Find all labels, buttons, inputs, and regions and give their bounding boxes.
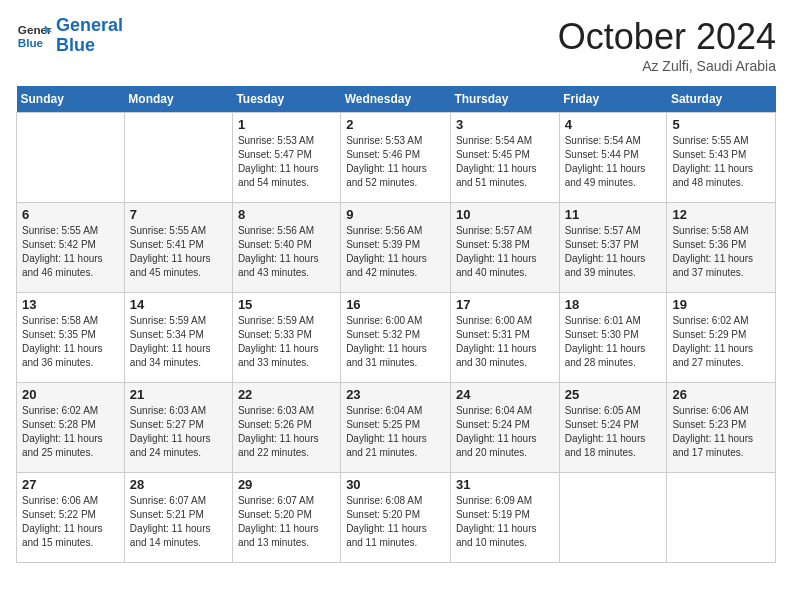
day-number: 18 [565, 297, 662, 312]
day-info: Sunrise: 5:53 AMSunset: 5:47 PMDaylight:… [238, 134, 335, 190]
calendar-cell: 22Sunrise: 6:03 AMSunset: 5:26 PMDayligh… [232, 383, 340, 473]
weekday-header: Sunday [17, 86, 125, 113]
day-number: 20 [22, 387, 119, 402]
day-info: Sunrise: 6:04 AMSunset: 5:24 PMDaylight:… [456, 404, 554, 460]
calendar-cell: 14Sunrise: 5:59 AMSunset: 5:34 PMDayligh… [124, 293, 232, 383]
day-number: 6 [22, 207, 119, 222]
logo-icon: General Blue [16, 18, 52, 54]
day-number: 14 [130, 297, 227, 312]
day-number: 8 [238, 207, 335, 222]
day-number: 13 [22, 297, 119, 312]
calendar-cell: 31Sunrise: 6:09 AMSunset: 5:19 PMDayligh… [450, 473, 559, 563]
day-info: Sunrise: 6:04 AMSunset: 5:25 PMDaylight:… [346, 404, 445, 460]
day-number: 24 [456, 387, 554, 402]
day-info: Sunrise: 5:53 AMSunset: 5:46 PMDaylight:… [346, 134, 445, 190]
calendar-cell: 12Sunrise: 5:58 AMSunset: 5:36 PMDayligh… [667, 203, 776, 293]
day-info: Sunrise: 6:02 AMSunset: 5:28 PMDaylight:… [22, 404, 119, 460]
day-number: 25 [565, 387, 662, 402]
day-info: Sunrise: 5:59 AMSunset: 5:33 PMDaylight:… [238, 314, 335, 370]
location: Az Zulfi, Saudi Arabia [558, 58, 776, 74]
day-number: 5 [672, 117, 770, 132]
day-info: Sunrise: 5:56 AMSunset: 5:39 PMDaylight:… [346, 224, 445, 280]
calendar-body: 1Sunrise: 5:53 AMSunset: 5:47 PMDaylight… [17, 113, 776, 563]
calendar-cell: 27Sunrise: 6:06 AMSunset: 5:22 PMDayligh… [17, 473, 125, 563]
day-info: Sunrise: 6:07 AMSunset: 5:21 PMDaylight:… [130, 494, 227, 550]
calendar-cell: 11Sunrise: 5:57 AMSunset: 5:37 PMDayligh… [559, 203, 667, 293]
day-info: Sunrise: 6:05 AMSunset: 5:24 PMDaylight:… [565, 404, 662, 460]
weekday-header: Thursday [450, 86, 559, 113]
calendar-cell: 30Sunrise: 6:08 AMSunset: 5:20 PMDayligh… [341, 473, 451, 563]
day-number: 3 [456, 117, 554, 132]
calendar-cell: 20Sunrise: 6:02 AMSunset: 5:28 PMDayligh… [17, 383, 125, 473]
calendar-cell [124, 113, 232, 203]
calendar-cell [17, 113, 125, 203]
calendar-cell [667, 473, 776, 563]
calendar-cell: 17Sunrise: 6:00 AMSunset: 5:31 PMDayligh… [450, 293, 559, 383]
day-info: Sunrise: 5:55 AMSunset: 5:42 PMDaylight:… [22, 224, 119, 280]
calendar-cell: 21Sunrise: 6:03 AMSunset: 5:27 PMDayligh… [124, 383, 232, 473]
day-info: Sunrise: 6:02 AMSunset: 5:29 PMDaylight:… [672, 314, 770, 370]
day-number: 31 [456, 477, 554, 492]
day-info: Sunrise: 6:09 AMSunset: 5:19 PMDaylight:… [456, 494, 554, 550]
day-info: Sunrise: 5:58 AMSunset: 5:36 PMDaylight:… [672, 224, 770, 280]
day-number: 12 [672, 207, 770, 222]
calendar-header: SundayMondayTuesdayWednesdayThursdayFrid… [17, 86, 776, 113]
month-title: October 2024 [558, 16, 776, 58]
calendar-cell: 5Sunrise: 5:55 AMSunset: 5:43 PMDaylight… [667, 113, 776, 203]
logo-text-line1: General [56, 16, 123, 36]
weekday-header: Friday [559, 86, 667, 113]
weekday-header: Saturday [667, 86, 776, 113]
calendar-cell [559, 473, 667, 563]
day-info: Sunrise: 5:54 AMSunset: 5:45 PMDaylight:… [456, 134, 554, 190]
day-info: Sunrise: 6:08 AMSunset: 5:20 PMDaylight:… [346, 494, 445, 550]
weekday-header: Tuesday [232, 86, 340, 113]
day-number: 29 [238, 477, 335, 492]
calendar-cell: 18Sunrise: 6:01 AMSunset: 5:30 PMDayligh… [559, 293, 667, 383]
weekday-header: Monday [124, 86, 232, 113]
day-info: Sunrise: 6:07 AMSunset: 5:20 PMDaylight:… [238, 494, 335, 550]
calendar-cell: 6Sunrise: 5:55 AMSunset: 5:42 PMDaylight… [17, 203, 125, 293]
day-info: Sunrise: 6:03 AMSunset: 5:27 PMDaylight:… [130, 404, 227, 460]
day-info: Sunrise: 5:55 AMSunset: 5:43 PMDaylight:… [672, 134, 770, 190]
day-number: 10 [456, 207, 554, 222]
weekday-header: Wednesday [341, 86, 451, 113]
day-number: 27 [22, 477, 119, 492]
day-info: Sunrise: 5:56 AMSunset: 5:40 PMDaylight:… [238, 224, 335, 280]
day-number: 11 [565, 207, 662, 222]
calendar-cell: 3Sunrise: 5:54 AMSunset: 5:45 PMDaylight… [450, 113, 559, 203]
page-header: General Blue General Blue October 2024 A… [16, 16, 776, 74]
day-info: Sunrise: 6:06 AMSunset: 5:22 PMDaylight:… [22, 494, 119, 550]
calendar-cell: 8Sunrise: 5:56 AMSunset: 5:40 PMDaylight… [232, 203, 340, 293]
day-info: Sunrise: 5:59 AMSunset: 5:34 PMDaylight:… [130, 314, 227, 370]
calendar-cell: 23Sunrise: 6:04 AMSunset: 5:25 PMDayligh… [341, 383, 451, 473]
day-info: Sunrise: 5:57 AMSunset: 5:38 PMDaylight:… [456, 224, 554, 280]
calendar-table: SundayMondayTuesdayWednesdayThursdayFrid… [16, 86, 776, 563]
calendar-cell: 2Sunrise: 5:53 AMSunset: 5:46 PMDaylight… [341, 113, 451, 203]
logo-text-line2: Blue [56, 36, 123, 56]
day-info: Sunrise: 6:06 AMSunset: 5:23 PMDaylight:… [672, 404, 770, 460]
svg-text:Blue: Blue [18, 36, 44, 49]
day-number: 19 [672, 297, 770, 312]
calendar-cell: 26Sunrise: 6:06 AMSunset: 5:23 PMDayligh… [667, 383, 776, 473]
day-info: Sunrise: 5:57 AMSunset: 5:37 PMDaylight:… [565, 224, 662, 280]
day-number: 7 [130, 207, 227, 222]
logo: General Blue General Blue [16, 16, 123, 56]
calendar-cell: 10Sunrise: 5:57 AMSunset: 5:38 PMDayligh… [450, 203, 559, 293]
day-number: 16 [346, 297, 445, 312]
day-number: 26 [672, 387, 770, 402]
calendar-cell: 7Sunrise: 5:55 AMSunset: 5:41 PMDaylight… [124, 203, 232, 293]
day-number: 2 [346, 117, 445, 132]
title-block: October 2024 Az Zulfi, Saudi Arabia [558, 16, 776, 74]
day-number: 1 [238, 117, 335, 132]
calendar-cell: 16Sunrise: 6:00 AMSunset: 5:32 PMDayligh… [341, 293, 451, 383]
day-number: 28 [130, 477, 227, 492]
calendar-cell: 29Sunrise: 6:07 AMSunset: 5:20 PMDayligh… [232, 473, 340, 563]
calendar-cell: 25Sunrise: 6:05 AMSunset: 5:24 PMDayligh… [559, 383, 667, 473]
calendar-cell: 1Sunrise: 5:53 AMSunset: 5:47 PMDaylight… [232, 113, 340, 203]
day-number: 9 [346, 207, 445, 222]
day-info: Sunrise: 5:55 AMSunset: 5:41 PMDaylight:… [130, 224, 227, 280]
day-info: Sunrise: 5:58 AMSunset: 5:35 PMDaylight:… [22, 314, 119, 370]
calendar-cell: 19Sunrise: 6:02 AMSunset: 5:29 PMDayligh… [667, 293, 776, 383]
day-number: 4 [565, 117, 662, 132]
day-number: 17 [456, 297, 554, 312]
